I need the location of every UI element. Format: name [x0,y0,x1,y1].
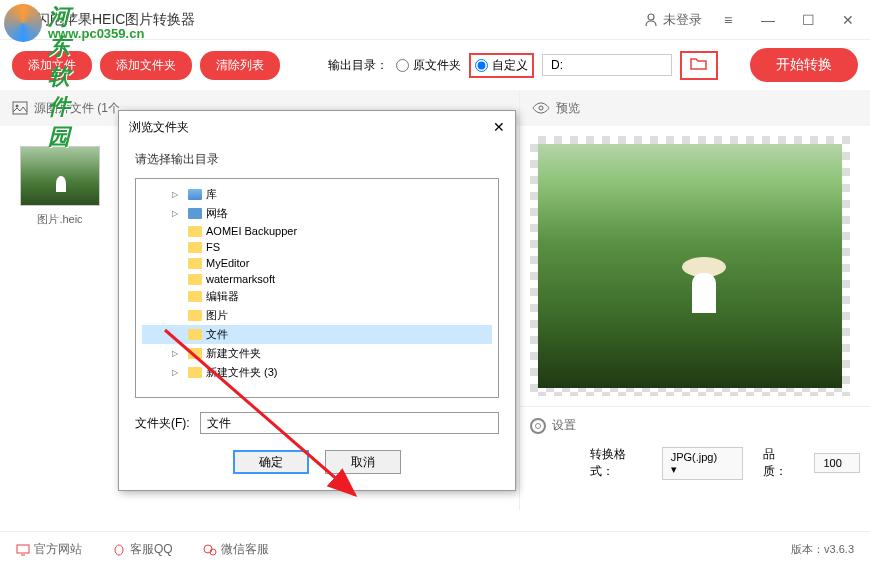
quality-label: 品质： [763,446,794,480]
folder-icon [188,367,202,378]
tree-item[interactable]: 编辑器 [142,287,492,306]
folder-icon [188,189,202,200]
folder-tree[interactable]: ▷库▷网络AOMEI BackupperFSMyEditorwatermarks… [135,178,499,398]
cancel-button[interactable]: 取消 [325,450,401,474]
dialog-title: 浏览文件夹 [129,119,189,136]
minimize-button[interactable]: — [754,6,782,34]
tree-item[interactable]: 文件 [142,325,492,344]
close-button[interactable]: ✕ [834,6,862,34]
radio-custom-folder[interactable]: 自定义 [469,53,534,78]
wechat-support-link[interactable]: 微信客服 [203,541,269,558]
folder-input-label: 文件夹(F): [135,415,190,432]
clear-list-button[interactable]: 清除列表 [200,51,280,80]
version-label: 版本：v3.6.3 [791,542,854,557]
footer: 官方网站 客服QQ 微信客服 版本：v3.6.3 [0,531,870,567]
folder-icon [188,208,202,219]
image-icon [12,101,28,115]
tree-item[interactable]: AOMEI Backupper [142,223,492,239]
monitor-icon [16,544,30,556]
folder-icon [188,291,202,302]
output-label: 输出目录： [328,57,388,74]
tree-item[interactable]: MyEditor [142,255,492,271]
output-path-input[interactable] [542,54,672,76]
titlebar: 闪电苹果HEIC图片转换器 未登录 ≡ — ☐ ✕ [0,0,870,40]
folder-name-input[interactable] [200,412,499,434]
svg-point-6 [204,545,212,553]
maximize-button[interactable]: ☐ [794,6,822,34]
folder-icon [188,310,202,321]
preview-image [530,136,850,396]
add-folder-button[interactable]: 添加文件夹 [100,51,192,80]
browse-folder-button[interactable] [680,51,718,80]
format-label: 转换格式： [590,446,642,480]
tree-item[interactable]: ▷新建文件夹 [142,344,492,363]
wechat-icon [203,544,217,556]
official-website-link[interactable]: 官方网站 [16,541,82,558]
dialog-instruction: 请选择输出目录 [135,151,499,168]
svg-point-3 [539,106,543,110]
user-icon [643,12,659,28]
svg-rect-4 [17,545,29,553]
quality-input[interactable]: 100 [814,453,860,473]
folder-icon [188,242,202,253]
add-file-button[interactable]: 添加文件 [12,51,92,80]
svg-point-2 [16,105,19,108]
folder-icon [188,274,202,285]
folder-icon [188,226,202,237]
browse-folder-dialog: 浏览文件夹 ✕ 请选择输出目录 ▷库▷网络AOMEI BackupperFSMy… [118,110,516,491]
login-button[interactable]: 未登录 [643,11,702,29]
radio-custom-input[interactable] [475,59,488,72]
tree-item[interactable]: ▷网络 [142,204,492,223]
radio-original-folder[interactable]: 原文件夹 [396,57,461,74]
thumbnail-item[interactable]: 图片.heic [20,146,100,227]
tree-item[interactable]: watermarksoft [142,271,492,287]
thumbnail-image [20,146,100,206]
qq-support-link[interactable]: 客服QQ [112,541,173,558]
start-convert-button[interactable]: 开始转换 [750,48,858,82]
tree-item[interactable]: FS [142,239,492,255]
svg-rect-1 [13,102,27,114]
radio-original-input[interactable] [396,59,409,72]
thumbnail-filename: 图片.heic [20,212,100,227]
svg-point-0 [648,14,654,20]
tree-item[interactable]: 图片 [142,306,492,325]
folder-icon [188,329,202,340]
ok-button[interactable]: 确定 [233,450,309,474]
settings-area: 设置 转换格式： JPG(.jpg) ▾ 品质： 100 [520,406,870,490]
qq-icon [112,543,126,557]
gear-icon [530,418,546,434]
dialog-close-button[interactable]: ✕ [493,119,505,135]
preview-panel: 预览 设置 转换格式： JPG(.jpg) ▾ 品质： 100 [520,90,870,510]
preview-panel-header: 预览 [520,90,870,126]
toolbar: 添加文件 添加文件夹 清除列表 输出目录： 原文件夹 自定义 开始转换 [0,40,870,90]
format-select[interactable]: JPG(.jpg) ▾ [662,447,744,480]
svg-point-5 [115,545,123,555]
tree-item[interactable]: ▷库 [142,185,492,204]
folder-open-icon [690,57,708,71]
app-title: 闪电苹果HEIC图片转换器 [36,11,195,29]
menu-button[interactable]: ≡ [714,6,742,34]
eye-icon [532,101,550,115]
login-label: 未登录 [663,11,702,29]
folder-icon [188,348,202,359]
folder-icon [188,258,202,269]
app-icon [8,10,28,30]
tree-item[interactable]: ▷新建文件夹 (3) [142,363,492,382]
